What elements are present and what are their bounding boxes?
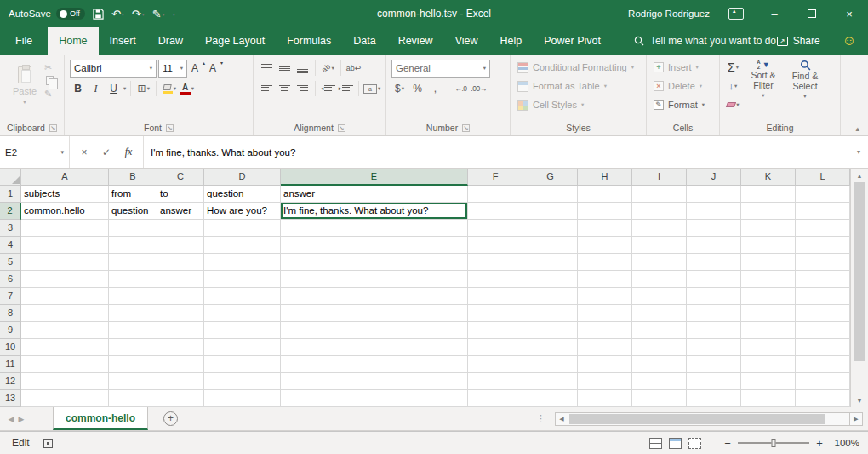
cell-J6[interactable] [687,271,741,288]
tab-review[interactable]: Review [387,27,444,55]
cell-K6[interactable] [741,271,796,288]
cell-A9[interactable] [21,322,109,339]
tab-file[interactable]: File [0,27,48,55]
cell-H4[interactable] [578,237,632,254]
orientation-button[interactable]: ab▾ [320,60,336,77]
tell-me-box[interactable]: Tell me what you want to do [634,27,776,55]
cell-H13[interactable] [578,390,632,407]
decrease-indent-button[interactable]: ◂ [320,80,336,97]
cell-K7[interactable] [741,288,796,305]
cell-L5[interactable] [796,254,850,271]
cell-L12[interactable] [796,373,850,390]
clear-button[interactable]: ▾ [725,96,741,113]
vertical-scrollbar[interactable]: ▲ ▼ [850,169,868,407]
cell-B2[interactable]: question [109,203,157,220]
cell-D13[interactable] [204,390,281,407]
tab-data[interactable]: Data [342,27,386,55]
cell-D1[interactable]: question [204,186,281,203]
cell-D11[interactable] [204,356,281,373]
row-header-5[interactable]: 5 [0,254,21,271]
cell-L1[interactable] [796,186,850,203]
tab-split-handle[interactable]: ⋮ [536,413,546,424]
scroll-right-icon[interactable]: ▶ [849,412,863,426]
zoom-out-button[interactable]: − [723,437,732,450]
tab-power-pivot[interactable]: Power Pivot [533,27,612,55]
cell-D6[interactable] [204,271,281,288]
formula-input[interactable]: I'm fine, thanks. What about you? [144,136,849,168]
underline-dropdown-icon[interactable]: ▾ [123,85,126,92]
comma-style-button[interactable]: , [427,80,443,97]
cell-G4[interactable] [523,237,578,254]
cell-J13[interactable] [687,390,741,407]
cell-J7[interactable] [687,288,741,305]
cell-F7[interactable] [468,288,523,305]
cell-L9[interactable] [796,322,850,339]
cell-C8[interactable] [157,305,204,322]
cell-L6[interactable] [796,271,850,288]
cell-G10[interactable] [523,339,578,356]
increase-indent-button[interactable]: ▸ [338,80,354,97]
cell-C9[interactable] [157,322,204,339]
cell-E6[interactable] [281,271,468,288]
cell-C12[interactable] [157,373,204,390]
cell-C1[interactable]: to [157,186,204,203]
column-header-E[interactable]: E [281,169,468,186]
zoom-in-button[interactable]: + [815,437,824,450]
sheet-nav-right-icon[interactable]: ▶ [10,407,32,430]
cell-D3[interactable] [204,220,281,237]
cell-F2[interactable] [468,203,523,220]
cell-B12[interactable] [109,373,157,390]
cell-H5[interactable] [578,254,632,271]
column-header-G[interactable]: G [523,169,578,186]
cell-C2[interactable]: answer [157,203,204,220]
cell-A5[interactable] [21,254,109,271]
vertical-scroll-track[interactable] [851,182,868,394]
select-all-corner[interactable] [0,169,21,186]
column-header-I[interactable]: I [632,169,687,186]
cell-C13[interactable] [157,390,204,407]
cell-D7[interactable] [204,288,281,305]
cell-C7[interactable] [157,288,204,305]
cell-K8[interactable] [741,305,796,322]
cell-D8[interactable] [204,305,281,322]
cell-F13[interactable] [468,390,523,407]
column-header-H[interactable]: H [578,169,632,186]
column-header-K[interactable]: K [741,169,796,186]
cell-J11[interactable] [687,356,741,373]
row-header-1[interactable]: 1 [0,186,21,203]
cell-styles-button[interactable]: Cell Styles▾ [516,95,642,114]
borders-button[interactable]: ⊞▾ [135,80,151,97]
cell-I10[interactable] [632,339,687,356]
paste-button[interactable]: Paste ▾ [5,58,44,114]
cell-G3[interactable] [523,220,578,237]
cell-I8[interactable] [632,305,687,322]
font-size-select[interactable]: 11▾ [158,60,187,78]
row-header-13[interactable]: 13 [0,390,21,407]
cell-H12[interactable] [578,373,632,390]
cell-I12[interactable] [632,373,687,390]
cell-J5[interactable] [687,254,741,271]
tab-view[interactable]: View [444,27,489,55]
cell-K4[interactable] [741,237,796,254]
cell-F6[interactable] [468,271,523,288]
cell-K12[interactable] [741,373,796,390]
row-header-8[interactable]: 8 [0,305,21,322]
cell-B11[interactable] [109,356,157,373]
cell-J4[interactable] [687,237,741,254]
column-header-F[interactable]: F [468,169,523,186]
conditional-formatting-button[interactable]: Conditional Formatting▾ [516,58,642,77]
cell-I2[interactable] [632,203,687,220]
cell-J1[interactable] [687,186,741,203]
paste-dropdown-icon[interactable]: ▾ [23,99,26,106]
macro-record-icon[interactable] [43,439,53,448]
cell-B1[interactable]: from [109,186,157,203]
cell-E9[interactable] [281,322,468,339]
cell-B5[interactable] [109,254,157,271]
tab-draw[interactable]: Draw [147,27,194,55]
cell-I6[interactable] [632,271,687,288]
scroll-left-icon[interactable]: ◀ [555,412,568,426]
fill-color-button[interactable]: ▾ [161,80,177,97]
cell-K2[interactable] [741,203,796,220]
cell-F10[interactable] [468,339,523,356]
feedback-smiley-icon[interactable]: ☺ [842,27,856,55]
